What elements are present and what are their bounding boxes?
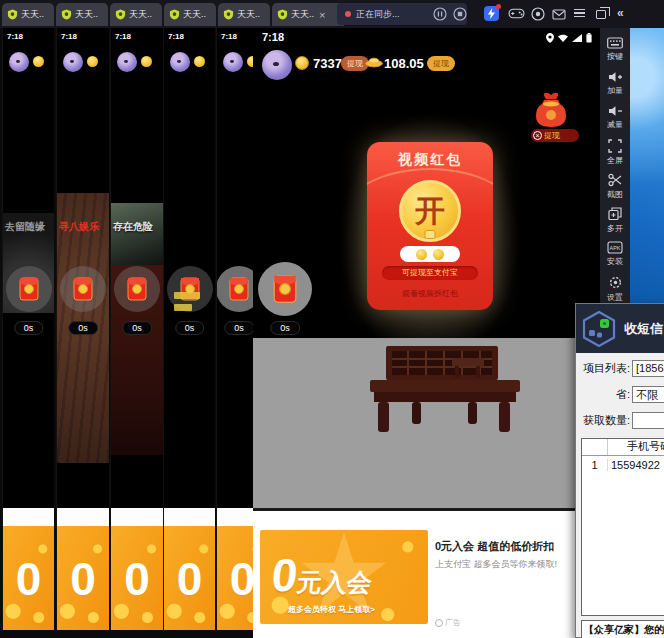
battery-icon: [586, 33, 592, 43]
withdraw-money-button[interactable]: 提现: [427, 56, 455, 71]
table-header: 手机号码: [582, 439, 664, 456]
sidebar-item-volume-up[interactable]: 加量: [600, 68, 630, 101]
stop-icon[interactable]: [453, 7, 467, 21]
project-list-dropdown[interactable]: [18568: [632, 360, 664, 377]
close-icon[interactable]: ×: [533, 131, 542, 140]
coin-icon: [433, 249, 444, 260]
coin-icon: [33, 56, 44, 67]
window-tab-label: 天天..: [291, 8, 314, 21]
mini-emulator-4[interactable]: 7:18 0s 0: [163, 28, 215, 630]
window-tab-6-active[interactable]: 天天.. ×: [272, 3, 344, 26]
window-tab-4[interactable]: 天天..: [164, 3, 216, 26]
sms-tool-title: 收短信: [624, 320, 663, 338]
status-icons: [546, 33, 592, 43]
video-overlay-text: 寻八娱乐: [59, 220, 99, 234]
video-red-packet-popup[interactable]: 视频红包 开 可提现至支付宝 观看视频拆红包: [367, 142, 493, 310]
pause-icon[interactable]: [433, 7, 447, 21]
banner-big-text: 0元入会: [269, 548, 375, 602]
row-index: 1: [582, 459, 608, 471]
quantity-row: 获取数量:: [576, 412, 664, 429]
lucky-bag-label: 提现: [544, 130, 560, 141]
sidebar-item-screenshot[interactable]: 截图: [600, 170, 630, 203]
sidebar-item-multi-instance[interactable]: 多开: [600, 204, 630, 237]
window-tab-5[interactable]: 天天..: [218, 3, 270, 26]
red-packet-button[interactable]: [60, 266, 106, 312]
money-balance: 108.05: [384, 56, 424, 71]
sync-status-panel: 正在同步...: [337, 3, 467, 25]
banner-headline: 0元入会 超值的低价折扣: [435, 539, 554, 554]
sidebar-item-fullscreen[interactable]: 全屏: [600, 136, 630, 169]
red-packet-button[interactable]: [6, 266, 52, 312]
mini-emulator-3[interactable]: 7:18 存在危险 0s 0: [110, 28, 163, 630]
app-shield-icon: [223, 9, 234, 20]
popup-title: 视频红包: [367, 151, 493, 169]
emulator-sidebar: 按键 加量 减量 全屏 截图 多开 APK 安装 设置: [600, 28, 630, 316]
red-packet-timer: 0s: [14, 321, 44, 335]
province-row: 省: 不限: [576, 386, 664, 403]
banner-rest: 元入会: [295, 568, 373, 596]
lucky-bag-pill[interactable]: × 提现: [531, 129, 579, 142]
sync-status-dot: [345, 11, 351, 17]
app-shield-icon: [7, 9, 18, 20]
coin-icon: [295, 56, 309, 70]
gamepad-icon[interactable]: [508, 7, 525, 20]
avatar[interactable]: [262, 50, 292, 80]
settings-icon: [608, 275, 623, 290]
ad-banner[interactable]: 0: [3, 508, 54, 630]
red-packet-timer: 0s: [68, 321, 98, 335]
sidebar-item-settings[interactable]: 设置: [600, 272, 630, 305]
ad-banner[interactable]: 0元入会 超多会员特权 马上领取> 0元入会 超值的低价折扣 上支付宝 超多会员…: [253, 508, 601, 638]
notification-dot: [496, 4, 501, 9]
coin-sub-button: [425, 230, 436, 239]
ad-banner[interactable]: 0: [164, 508, 215, 630]
video-overlay-text: 存在危险: [113, 220, 153, 234]
red-packet-button[interactable]: [114, 266, 160, 312]
app-shield-icon: [169, 9, 180, 20]
quantity-input[interactable]: [632, 412, 664, 429]
app-shield-icon: [277, 9, 288, 20]
sms-message-preview: 【众享亿家】您的验证: [581, 620, 664, 638]
status-time: 7:18: [115, 32, 131, 41]
window-tab-2[interactable]: 天天..: [56, 3, 108, 26]
province-label: 省:: [576, 387, 630, 402]
red-packet-button[interactable]: [258, 262, 312, 316]
window-tab-label: 天天..: [75, 8, 98, 21]
sidebar-item-keymap[interactable]: 按键: [600, 34, 630, 67]
lucky-bag-icon[interactable]: [534, 92, 568, 128]
sms-title-bar[interactable]: 收短信: [576, 304, 664, 353]
province-dropdown[interactable]: 不限: [632, 386, 664, 403]
table-row[interactable]: 1 15594922: [582, 456, 664, 473]
ad-banner[interactable]: 0: [57, 508, 109, 630]
ad-banner[interactable]: 0: [111, 508, 163, 630]
keyboard-icon: [607, 37, 623, 49]
banner-zero-text: 0: [57, 552, 109, 606]
status-time: 7:18: [61, 32, 77, 41]
status-time: 7:18: [168, 32, 184, 41]
mini-emulator-2[interactable]: 7:18 寻八娱乐 0s 0: [56, 28, 109, 630]
record-icon[interactable]: [531, 7, 545, 21]
coins-pill: [400, 246, 460, 262]
location-icon: [546, 33, 554, 43]
coin-icon: [141, 56, 152, 67]
collapse-icon[interactable]: «: [617, 6, 624, 20]
close-icon[interactable]: ×: [319, 9, 325, 21]
mini-emulator-1[interactable]: 7:18 去留随缘 0s 0: [2, 28, 54, 630]
red-packet-timer: 0s: [175, 321, 205, 335]
coin-icon: [194, 56, 205, 67]
sidebar-item-volume-down[interactable]: 减量: [600, 102, 630, 135]
sidebar-item-install-apk[interactable]: APK 安装: [600, 238, 630, 271]
window-tab-label: 天天..: [183, 8, 206, 21]
flash-icon[interactable]: [484, 6, 499, 21]
sync-status-text: 正在同步...: [356, 8, 400, 21]
restore-window-icon[interactable]: [596, 10, 606, 19]
avatar: [117, 52, 137, 72]
window-tab-3[interactable]: 天天..: [110, 3, 162, 26]
fullscreen-icon: [608, 139, 622, 153]
install-apk-icon: APK: [607, 241, 623, 254]
coin-icon: [416, 249, 427, 260]
mail-icon[interactable]: [552, 9, 566, 20]
withdraw-note-pill: 可提现至支付宝: [382, 266, 478, 280]
coin-balance: 7337: [313, 56, 342, 71]
menu-icon[interactable]: [574, 9, 585, 17]
window-tab-1[interactable]: 天天..: [2, 3, 54, 26]
